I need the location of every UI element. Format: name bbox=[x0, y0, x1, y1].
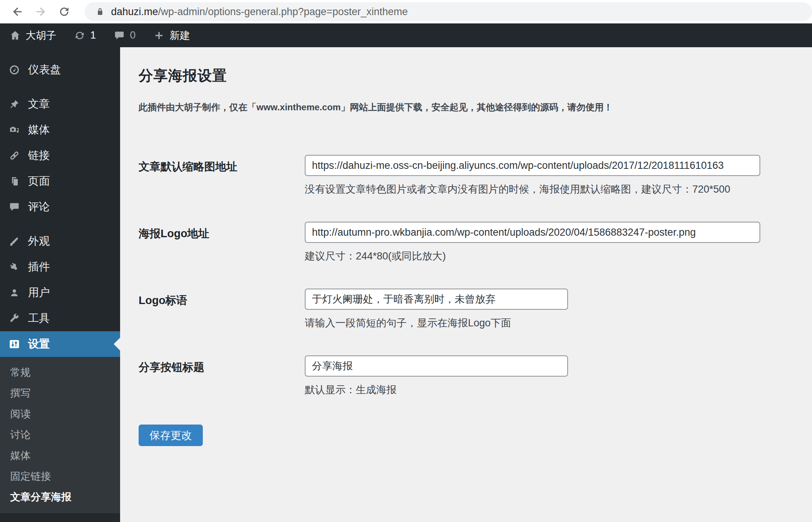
admin-bar-site[interactable]: 大胡子 bbox=[9, 29, 56, 42]
dashboard-icon bbox=[8, 63, 21, 76]
back-arrow-icon bbox=[11, 5, 24, 18]
form-row: Logo标语 请输入一段简短的句子，显示在海报Logo下面 bbox=[139, 289, 812, 330]
sidebar-item-posts[interactable]: 文章 bbox=[0, 91, 120, 117]
field-label: Logo标语 bbox=[139, 289, 305, 330]
url-bar[interactable]: dahuzi.me/wp-admin/options-general.php?p… bbox=[85, 2, 812, 21]
text-input[interactable] bbox=[305, 155, 760, 176]
admin-bar-comments[interactable]: 0 bbox=[113, 29, 136, 42]
admin-menu: 仪表盘 文章 媒体 链接 页面 评论 外观 插件 用户 工具 设置 bbox=[0, 47, 120, 357]
field-help: 建议尺寸：244*80(或同比放大) bbox=[305, 249, 760, 263]
link-icon bbox=[8, 149, 21, 162]
submenu-item-general[interactable]: 常规 bbox=[0, 362, 120, 383]
user-icon bbox=[8, 286, 21, 299]
field-label: 分享按钮标题 bbox=[139, 355, 305, 397]
text-input[interactable] bbox=[305, 289, 568, 310]
sidebar-item-appearance[interactable]: 外观 bbox=[0, 229, 120, 254]
field-help: 默认显示：生成海报 bbox=[305, 383, 568, 397]
form-row: 分享按钮标题 默认显示：生成海报 bbox=[139, 355, 812, 397]
forward-arrow-icon bbox=[34, 5, 47, 18]
sidebar-item-users[interactable]: 用户 bbox=[0, 280, 120, 306]
save-button[interactable]: 保存更改 bbox=[139, 425, 203, 446]
reload-button[interactable] bbox=[56, 3, 73, 20]
url-domain: dahuzi.me bbox=[111, 6, 158, 18]
sliders-icon bbox=[8, 338, 21, 351]
sidebar-item-pages[interactable]: 页面 bbox=[0, 168, 120, 194]
new-label: 新建 bbox=[170, 29, 190, 42]
submenu-item-media[interactable]: 媒体 bbox=[0, 445, 120, 466]
field-label: 文章默认缩略图地址 bbox=[139, 155, 305, 196]
plug-icon bbox=[8, 261, 21, 273]
screen: dahuzi.me/wp-admin/options-general.php?p… bbox=[0, 0, 812, 522]
plugin-notice: 此插件由大胡子制作，仅在「www.xintheme.com」网站上面提供下载，安… bbox=[139, 101, 812, 113]
comments-count: 0 bbox=[130, 29, 136, 41]
back-button[interactable] bbox=[9, 3, 26, 20]
admin-bar: 大胡子 1 0 新建 bbox=[0, 23, 812, 47]
sidebar-item-tools[interactable]: 工具 bbox=[0, 306, 120, 331]
sidebar-item-dashboard[interactable]: 仪表盘 bbox=[0, 57, 120, 83]
forward-button[interactable] bbox=[32, 3, 49, 20]
browser-toolbar: dahuzi.me/wp-admin/options-general.php?p… bbox=[0, 0, 812, 23]
brush-icon bbox=[8, 235, 21, 248]
url-path: /wp-admin/options-general.php?page=poste… bbox=[158, 6, 408, 18]
sidebar-item-plugins[interactable]: 插件 bbox=[0, 254, 120, 280]
settings-form: 文章默认缩略图地址 没有设置文章特色图片或者文章内没有图片的时候，海报使用默认缩… bbox=[139, 155, 812, 397]
media-icon bbox=[8, 124, 21, 136]
field-label: 海报Logo地址 bbox=[139, 222, 305, 263]
text-input[interactable] bbox=[305, 355, 568, 377]
plus-icon bbox=[153, 29, 165, 42]
text-input[interactable] bbox=[305, 222, 760, 243]
home-icon bbox=[9, 29, 21, 42]
updates-count: 1 bbox=[90, 29, 96, 41]
submenu-item-poster[interactable]: 文章分享海报 bbox=[0, 487, 120, 508]
sidebar-item-comments[interactable]: 评论 bbox=[0, 194, 120, 220]
field-help: 请输入一段简短的句子，显示在海报Logo下面 bbox=[305, 316, 568, 330]
submenu-item-writing[interactable]: 撰写 bbox=[0, 383, 120, 404]
current-menu-arrow bbox=[114, 338, 120, 351]
update-icon bbox=[74, 29, 86, 42]
reload-icon bbox=[58, 5, 71, 18]
submenu-item-discussion[interactable]: 讨论 bbox=[0, 425, 120, 445]
comment-icon bbox=[113, 29, 125, 42]
form-row: 文章默认缩略图地址 没有设置文章特色图片或者文章内没有图片的时候，海报使用默认缩… bbox=[139, 155, 812, 196]
submenu-item-reading[interactable]: 阅读 bbox=[0, 404, 120, 425]
field-help: 没有设置文章特色图片或者文章内没有图片的时候，海报使用默认缩略图，建议尺寸：72… bbox=[305, 182, 760, 196]
pin-icon bbox=[8, 98, 21, 111]
site-name: 大胡子 bbox=[26, 29, 56, 42]
settings-submenu: 常规撰写阅读讨论媒体固定链接文章分享海报 bbox=[0, 357, 120, 513]
sidebar: 仪表盘 文章 媒体 链接 页面 评论 外观 插件 用户 工具 设置 常规撰写阅读… bbox=[0, 47, 120, 522]
sidebar-item-links[interactable]: 链接 bbox=[0, 143, 120, 168]
sidebar-item-settings[interactable]: 设置 bbox=[0, 331, 120, 357]
sidebar-item-media[interactable]: 媒体 bbox=[0, 117, 120, 143]
lock-icon bbox=[95, 7, 105, 17]
admin-bar-updates[interactable]: 1 bbox=[74, 29, 96, 42]
pages-icon bbox=[8, 175, 21, 188]
comment-icon bbox=[8, 201, 21, 213]
submenu-item-permalinks[interactable]: 固定链接 bbox=[0, 466, 120, 487]
settings-page: 分享海报设置 此插件由大胡子制作，仅在「www.xintheme.com」网站上… bbox=[120, 47, 812, 522]
wrench-icon bbox=[8, 312, 21, 325]
admin-bar-new[interactable]: 新建 bbox=[153, 29, 190, 42]
form-row: 海报Logo地址 建议尺寸：244*80(或同比放大) bbox=[139, 222, 812, 263]
page-title: 分享海报设置 bbox=[139, 66, 812, 85]
